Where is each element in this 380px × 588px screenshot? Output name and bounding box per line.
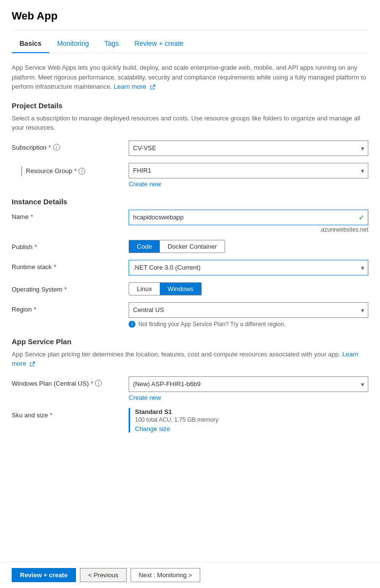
footer-bar: Review + create < Previous Next : Monito… — [0, 562, 380, 588]
wp-select[interactable]: (New) ASP-FHIR1-b6b9 — [129, 376, 368, 392]
os-toggle-group: Linux Windows — [129, 282, 202, 295]
publish-toggle-group: Code Docker Container — [129, 240, 225, 253]
os-required: * — [64, 286, 67, 293]
rg-required: * — [74, 167, 76, 175]
os-linux-btn[interactable]: Linux — [129, 283, 160, 295]
region-row: Region * Central US ▾ i Not finding your… — [12, 302, 368, 328]
region-label: Region * — [12, 302, 129, 313]
external-link-icon — [150, 84, 155, 90]
page-wrapper: Web App Basics Monitoring Tags Review + … — [0, 0, 380, 588]
name-required: * — [31, 213, 33, 220]
subscription-row: Subscription * i CV-VSE ▾ — [12, 140, 368, 156]
subscription-label: Subscription * i — [12, 140, 129, 151]
page-title: Web App — [12, 10, 368, 22]
tab-review-create[interactable]: Review + create — [127, 35, 191, 53]
region-select-wrapper: Central US ▾ — [129, 302, 368, 318]
subscription-select-wrapper: CV-VSE ▾ — [129, 140, 368, 156]
region-hint-icon: i — [129, 321, 135, 328]
wp-required: * — [91, 380, 93, 387]
project-details-description: Select a subscription to manage deployed… — [12, 114, 368, 133]
wp-info-icon[interactable]: i — [95, 380, 102, 387]
publish-row: Publish * Code Docker Container — [12, 240, 368, 253]
name-row: Name * ✓ .azurewebsites.net — [12, 210, 368, 233]
rg-info-icon[interactable]: i — [78, 168, 85, 175]
publish-code-btn[interactable]: Code — [129, 240, 160, 253]
project-details-title: Project Details — [12, 101, 368, 110]
resource-group-row: Resource Group * i FHIR1 ▾ Create new — [12, 163, 368, 188]
instance-details-title: Instance Details — [12, 197, 368, 206]
publish-label: Publish * — [12, 240, 129, 251]
sku-label: Sku and size * — [12, 408, 129, 419]
tab-basics[interactable]: Basics — [12, 35, 49, 53]
region-control: Central US ▾ i Not finding your App Serv… — [129, 302, 368, 328]
subscription-info-icon[interactable]: i — [53, 144, 60, 151]
runtime-select[interactable]: .NET Core 3.0 (Current) — [129, 260, 368, 275]
rg-control: FHIR1 ▾ Create new — [129, 163, 368, 188]
publish-docker-btn[interactable]: Docker Container — [160, 240, 225, 253]
next-button[interactable]: Next : Monitoring > — [131, 568, 200, 582]
intro-description: App Service Web Apps lets you quickly bu… — [12, 63, 368, 92]
region-required: * — [34, 306, 36, 313]
sku-tier: Standard S1 — [135, 408, 368, 415]
runtime-stack-row: Runtime stack * .NET Core 3.0 (Current) … — [12, 260, 368, 275]
app-service-plan-title: App Service Plan — [12, 337, 368, 346]
os-row: Operating System * Linux Windows — [12, 282, 368, 295]
publish-control: Code Docker Container — [129, 240, 368, 253]
wp-select-wrapper: (New) ASP-FHIR1-b6b9 ▾ — [129, 376, 368, 392]
rg-select-wrapper: FHIR1 ▾ — [129, 163, 368, 178]
runtime-required: * — [54, 263, 56, 271]
os-control: Linux Windows — [129, 282, 368, 295]
rg-indent: Resource Group * i — [12, 166, 85, 176]
windows-plan-label: Windows Plan (Central US) * i — [12, 376, 129, 387]
subscription-control: CV-VSE ▾ — [129, 140, 368, 156]
sku-box: Standard S1 100 total ACU, 1.75 GB memor… — [129, 408, 368, 432]
review-create-button[interactable]: Review + create — [12, 568, 76, 582]
title-divider — [12, 30, 368, 31]
name-control: ✓ .azurewebsites.net — [129, 210, 368, 233]
runtime-control: .NET Core 3.0 (Current) ▾ — [129, 260, 368, 275]
app-service-plan-description: App Service plan pricing tier determines… — [12, 350, 368, 369]
tab-tags[interactable]: Tags — [97, 35, 127, 53]
learn-more-link[interactable]: Learn more — [114, 83, 146, 90]
name-input[interactable] — [129, 210, 368, 225]
name-check-icon: ✓ — [359, 214, 364, 221]
subscription-required: * — [49, 144, 51, 151]
domain-suffix: .azurewebsites.net — [129, 226, 368, 233]
wp-create-new[interactable]: Create new — [129, 394, 368, 401]
sku-detail: 100 total ACU, 1.75 GB memory — [135, 416, 368, 423]
name-label: Name * — [12, 210, 129, 220]
name-input-wrapper: ✓ — [129, 210, 368, 225]
rg-create-new[interactable]: Create new — [129, 180, 368, 188]
os-windows-btn[interactable]: Windows — [160, 283, 201, 295]
resource-group-label-wrapper: Resource Group * i — [12, 163, 129, 176]
sku-row: Sku and size * Standard S1 100 total ACU… — [12, 408, 368, 432]
previous-button[interactable]: < Previous — [80, 568, 127, 582]
asp-external-link-icon — [29, 361, 35, 367]
sku-required: * — [50, 412, 52, 419]
rg-select[interactable]: FHIR1 — [129, 163, 368, 178]
runtime-select-wrapper: .NET Core 3.0 (Current) ▾ — [129, 260, 368, 275]
subscription-select[interactable]: CV-VSE — [129, 140, 368, 156]
tab-monitoring[interactable]: Monitoring — [49, 35, 96, 53]
tab-bar: Basics Monitoring Tags Review + create — [12, 35, 368, 53]
wp-control: (New) ASP-FHIR1-b6b9 ▾ Create new — [129, 376, 368, 401]
sku-change-size[interactable]: Change size — [135, 425, 170, 432]
main-content: Web App Basics Monitoring Tags Review + … — [0, 0, 380, 562]
region-select[interactable]: Central US — [129, 302, 368, 318]
publish-required: * — [35, 243, 37, 251]
runtime-stack-label: Runtime stack * — [12, 260, 129, 271]
windows-plan-row: Windows Plan (Central US) * i (New) ASP-… — [12, 376, 368, 401]
sku-control: Standard S1 100 total ACU, 1.75 GB memor… — [129, 408, 368, 432]
region-hint: i Not finding your App Service Plan? Try… — [129, 321, 368, 328]
os-label: Operating System * — [12, 282, 129, 293]
